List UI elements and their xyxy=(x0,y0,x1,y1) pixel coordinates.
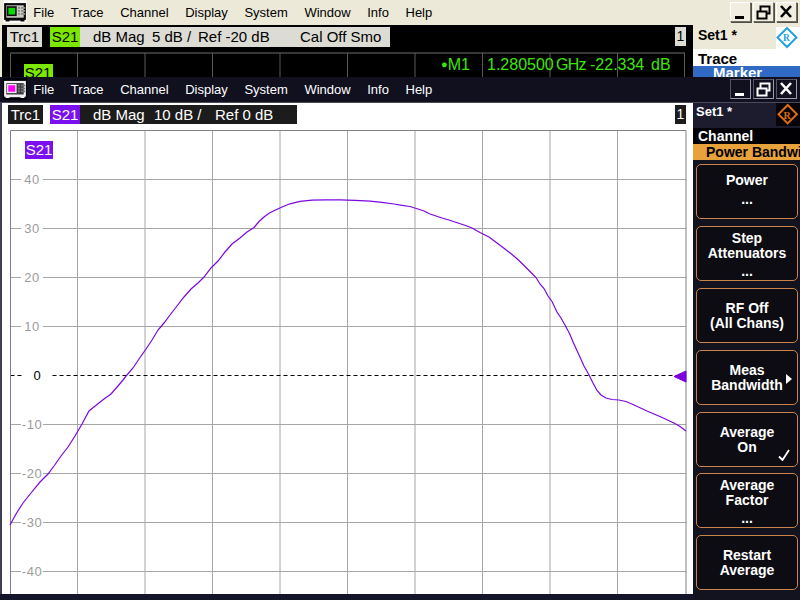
svg-text:R: R xyxy=(783,33,790,43)
svg-text:R: R xyxy=(784,110,792,121)
